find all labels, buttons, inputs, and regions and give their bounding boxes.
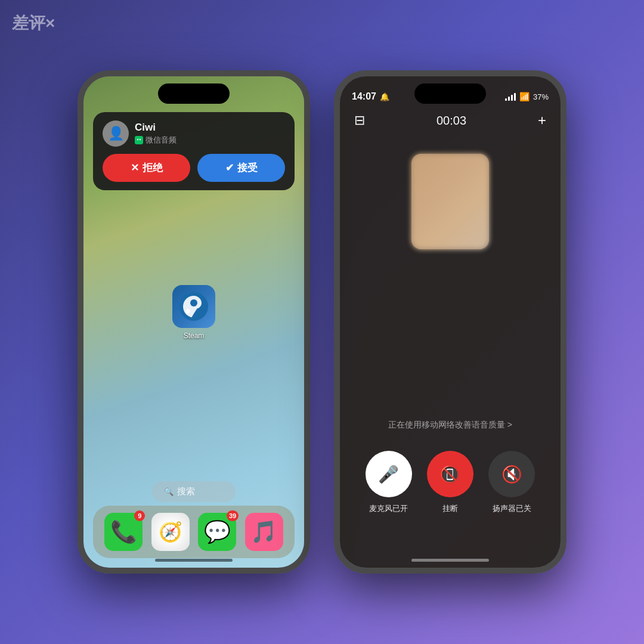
caller-avatar: 👤	[103, 120, 129, 147]
call-header-row: ⊟ 00:03 +	[340, 112, 561, 129]
phone-badge: 9	[134, 510, 145, 521]
caller-avatar-area	[411, 154, 489, 249]
speaker-label: 扬声器已关	[493, 503, 531, 514]
reject-icon: ✕	[131, 162, 139, 174]
home-indicator-1	[155, 559, 233, 562]
status-right-icons: 📶 37%	[505, 92, 549, 101]
hangup-button[interactable]: 📵	[427, 451, 473, 497]
svg-point-3	[190, 299, 197, 306]
signal-bar-4	[514, 93, 516, 101]
accept-label: 接受	[237, 161, 258, 175]
accept-icon: ✔	[225, 162, 234, 174]
steam-icon	[172, 285, 215, 328]
phone2-background: 14:07 🔔 📶 37%	[340, 76, 561, 568]
call-type-label: 微信音频	[145, 135, 177, 145]
caller-info-row: 👤 Ciwi 微信音频	[103, 120, 285, 147]
search-label: 搜索	[177, 486, 195, 497]
status-time: 14:07 🔔	[352, 91, 389, 102]
search-icon: 🔍	[164, 487, 174, 496]
reject-button[interactable]: ✕ 拒绝	[103, 154, 190, 182]
speaker-control: 🔇 扬声器已关	[488, 451, 535, 514]
dock-phone-icon[interactable]: 📞 9	[104, 513, 143, 551]
messages-badge: 39	[227, 510, 239, 521]
phone-2: 14:07 🔔 📶 37%	[334, 70, 566, 574]
battery-indicator: 37%	[533, 92, 549, 101]
call-timer: 00:03	[436, 114, 466, 128]
hangup-control: 📵 挂断	[427, 451, 473, 514]
home-indicator-2	[411, 559, 489, 562]
call-notification: 👤 Ciwi 微信音频 ✕ 拒绝	[93, 112, 295, 190]
steam-app-container[interactable]: Steam	[172, 285, 215, 340]
phone-1: 👤 Ciwi 微信音频 ✕ 拒绝	[78, 70, 310, 574]
call-action-buttons: ✕ 拒绝 ✔ 接受	[103, 154, 285, 182]
hangup-label: 挂断	[442, 503, 458, 514]
dock-safari-icon[interactable]: 🧭	[151, 513, 190, 551]
accept-button[interactable]: ✔ 接受	[197, 154, 285, 182]
add-call-icon[interactable]: +	[538, 112, 546, 129]
network-notice-text: 正在使用移动网络改善语音质量 >	[388, 420, 512, 431]
signal-bar-2	[508, 97, 510, 101]
signal-bar-1	[505, 98, 507, 101]
signal-bar-3	[511, 95, 513, 101]
bell-icon: 🔔	[380, 92, 389, 101]
svg-point-0	[137, 139, 138, 140]
dock-messages-icon[interactable]: 💬 39	[198, 513, 236, 551]
caller-name: Ciwi	[135, 122, 285, 134]
phone1-background: 👤 Ciwi 微信音频 ✕ 拒绝	[83, 76, 304, 568]
dock-music-icon[interactable]: 🎵	[245, 513, 283, 551]
search-bar[interactable]: 🔍 搜索	[152, 481, 236, 502]
mic-control: 🎤 麦克风已开	[366, 451, 412, 514]
mic-button[interactable]: 🎤	[366, 451, 412, 497]
signal-bars	[505, 92, 516, 101]
avatar-inner	[411, 154, 489, 249]
mic-label: 麦克风已开	[369, 503, 408, 514]
wechat-icon	[135, 136, 143, 144]
screen-share-icon[interactable]: ⊟	[354, 113, 365, 128]
dock: 📞 9 🧭 💬 39 🎵	[93, 506, 295, 558]
speaker-button[interactable]: 🔇	[488, 451, 535, 497]
dynamic-island-1	[158, 83, 230, 104]
network-notice[interactable]: 正在使用移动网络改善语音质量 >	[340, 420, 561, 431]
svg-point-1	[140, 139, 141, 140]
watermark: 差评×	[12, 12, 55, 35]
phones-container: 👤 Ciwi 微信音频 ✕ 拒绝	[78, 70, 566, 574]
caller-details: Ciwi 微信音频	[135, 122, 285, 145]
reject-label: 拒绝	[143, 161, 163, 175]
caller-subtitle: 微信音频	[135, 135, 285, 145]
dynamic-island-2	[414, 83, 486, 104]
call-controls: 🎤 麦克风已开 📵 挂断 🔇 扬声器已关	[340, 451, 561, 514]
wifi-icon: 📶	[519, 92, 530, 101]
steam-label: Steam	[184, 332, 205, 340]
